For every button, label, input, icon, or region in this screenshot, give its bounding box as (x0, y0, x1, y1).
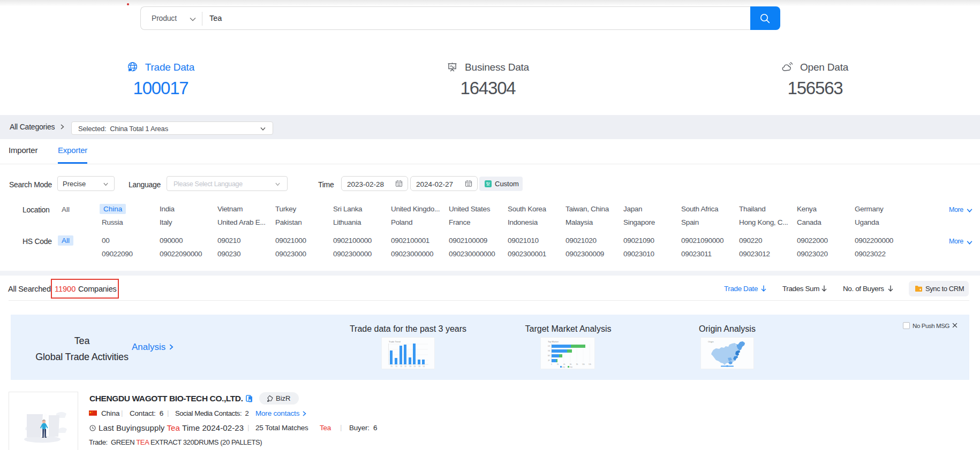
svg-text:'23: '23 (413, 365, 416, 368)
svg-text:Origin: Origin (708, 340, 714, 343)
svg-text:2k: 2k (557, 363, 559, 365)
svg-text:Top Market: Top Market (548, 340, 559, 343)
svg-text:'23: '23 (418, 365, 420, 368)
svg-text:'22: '22 (400, 365, 402, 368)
svg-text:'24: '24 (423, 365, 425, 368)
svg-text:MY: MY (548, 355, 551, 357)
svg-text:10k: 10k (582, 363, 585, 365)
svg-text:JP: JP (548, 360, 550, 362)
svg-text:'21: '21 (390, 365, 393, 368)
svg-text:4k: 4k (563, 363, 566, 365)
svg-text:12k: 12k (589, 363, 591, 365)
svg-text:'22: '22 (404, 365, 406, 368)
svg-text:0: 0 (551, 363, 552, 365)
svg-text:6k: 6k (570, 363, 572, 365)
svg-text:Trade Trend: Trade Trend (389, 340, 401, 343)
svg-text:8k: 8k (576, 363, 578, 365)
svg-text:US: US (548, 345, 550, 347)
svg-text:imp: imp (570, 366, 572, 368)
svg-text:VN: VN (548, 350, 550, 352)
svg-text:exp: exp (562, 366, 565, 368)
svg-text:'21: '21 (395, 365, 397, 368)
svg-text:'23: '23 (409, 365, 411, 368)
